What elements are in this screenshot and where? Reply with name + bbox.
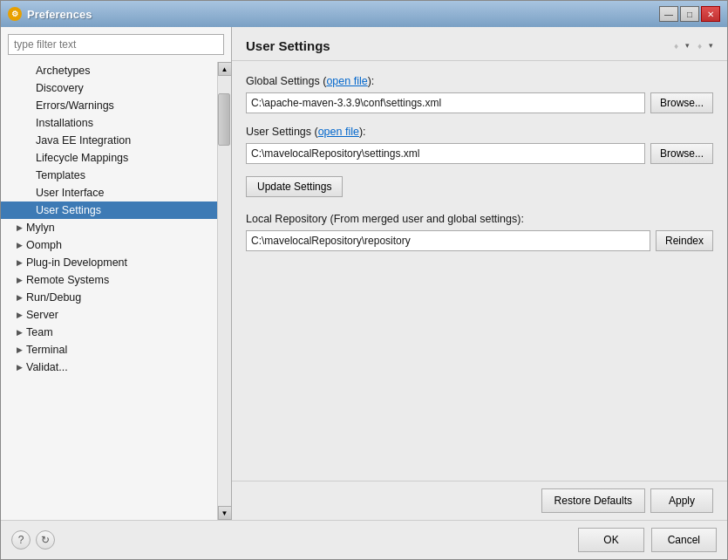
tree-arrow-server: ▶ (17, 311, 23, 319)
sidebar-item-lifecycle[interactable]: Lifecycle Mappings (1, 149, 217, 167)
tree-arrow-team: ▶ (17, 328, 23, 337)
scrollbar-thumb[interactable] (218, 93, 230, 146)
form-actions: Restore Defaults Apply (232, 481, 727, 520)
window-icon: ⚙ (8, 7, 22, 21)
nav-icons: ⬧ ▾ ⬧ ▾ (668, 38, 713, 53)
local-repo-path-input[interactable] (246, 230, 650, 251)
sidebar-item-oomph-label: Oomph (26, 239, 62, 251)
tree-arrow-run-debug: ▶ (17, 293, 23, 302)
bottom-right-buttons: OK Cancel (578, 528, 717, 552)
sidebar-item-remote-systems[interactable]: ▶ Remote Systems (1, 271, 217, 289)
maximize-button[interactable]: □ (680, 6, 699, 22)
apply-button[interactable]: Apply (650, 488, 713, 513)
tree-arrow-terminal: ▶ (17, 345, 23, 354)
help-icon[interactable]: ? (11, 530, 31, 550)
section-title: User Settings (246, 38, 330, 53)
sidebar-item-terminal[interactable]: ▶ Terminal (1, 341, 217, 359)
bottom-bar: ? ↻ OK Cancel (1, 520, 727, 559)
tree-arrow-remote-systems: ▶ (17, 276, 23, 284)
right-panel: User Settings ⬧ ▾ ⬧ ▾ Global Settings (o… (232, 27, 727, 520)
preferences-window: ⚙ Preferences — □ ✕ Archetypes Discovery… (0, 0, 728, 560)
title-buttons: — □ ✕ (659, 6, 720, 22)
global-settings-open-file-link[interactable]: open file (326, 75, 367, 87)
sidebar-item-archetypes[interactable]: Archetypes (1, 62, 217, 79)
scrollbar-track[interactable]: ▲ ▼ (217, 62, 231, 520)
sidebar-item-user-settings[interactable]: User Settings (1, 201, 217, 219)
sidebar-item-team-label: Team (26, 326, 53, 338)
sidebar-item-run-debug[interactable]: ▶ Run/Debug (1, 289, 217, 306)
sidebar-item-validation[interactable]: ▶ Validat... (1, 359, 217, 376)
global-settings-label: Global Settings (open file): (246, 75, 713, 87)
global-settings-path-input[interactable] (246, 92, 645, 113)
back-dropdown-icon[interactable]: ▾ (685, 41, 690, 50)
user-settings-open-file-link[interactable]: open file (318, 126, 359, 138)
left-panel: Archetypes Discovery Errors/Warnings Ins… (1, 27, 232, 520)
sidebar-item-run-debug-label: Run/Debug (26, 291, 81, 304)
sidebar-item-errors-warnings[interactable]: Errors/Warnings (1, 97, 217, 114)
close-button[interactable]: ✕ (701, 6, 720, 22)
sidebar-item-validation-label: Validat... (26, 361, 68, 373)
forward-icon[interactable]: ⬧ (691, 38, 707, 53)
sidebar-item-server-label: Server (26, 309, 58, 321)
global-settings-row: Browse... (246, 92, 713, 113)
local-repo-row: Reindex (246, 230, 713, 251)
user-settings-label: User Settings (open file): (246, 126, 713, 138)
sidebar-item-plugin-dev-label: Plug-in Development (26, 256, 127, 269)
window-title: Preferences (27, 8, 92, 21)
cancel-button[interactable]: Cancel (651, 528, 717, 552)
tree-arrow-plugin-dev: ▶ (17, 258, 23, 267)
content-area: Archetypes Discovery Errors/Warnings Ins… (1, 27, 727, 520)
restore-defaults-button[interactable]: Restore Defaults (541, 488, 645, 513)
sidebar-item-installations[interactable]: Installations (1, 114, 217, 132)
sidebar-item-team[interactable]: ▶ Team (1, 324, 217, 341)
minimize-button[interactable]: — (659, 6, 678, 22)
form-area: Global Settings (open file): Browse... U… (232, 61, 727, 481)
reindex-button[interactable]: Reindex (656, 230, 713, 251)
sidebar-item-user-interface[interactable]: User Interface (1, 184, 217, 201)
preferences-restore-icon[interactable]: ↻ (36, 530, 55, 550)
scrollbar-up-button[interactable]: ▲ (218, 62, 232, 76)
update-settings-button[interactable]: Update Settings (246, 176, 343, 197)
sidebar-item-mylyn[interactable]: ▶ Mylyn (1, 219, 217, 236)
user-settings-row: Browse... (246, 143, 713, 164)
sidebar-item-oomph[interactable]: ▶ Oomph (1, 236, 217, 254)
filter-input[interactable] (8, 34, 224, 55)
sidebar-item-terminal-label: Terminal (26, 344, 67, 356)
user-settings-browse-button[interactable]: Browse... (650, 143, 713, 164)
tree-arrow-validation: ▶ (17, 363, 23, 372)
title-bar: ⚙ Preferences — □ ✕ (1, 1, 727, 27)
section-header: User Settings ⬧ ▾ ⬧ ▾ (232, 27, 727, 61)
ok-button[interactable]: OK (578, 528, 643, 552)
local-repo-label: Local Repository (From merged user and g… (246, 213, 713, 225)
back-icon[interactable]: ⬧ (668, 38, 684, 53)
sidebar-item-mylyn-label: Mylyn (26, 222, 55, 234)
bottom-left-icons: ? ↻ (11, 530, 55, 550)
sidebar-item-discovery[interactable]: Discovery (1, 79, 217, 97)
sidebar-item-java-ee[interactable]: Java EE Integration (1, 132, 217, 149)
tree-container: Archetypes Discovery Errors/Warnings Ins… (1, 62, 231, 520)
user-settings-path-input[interactable] (246, 143, 645, 164)
sidebar-item-server[interactable]: ▶ Server (1, 306, 217, 324)
title-bar-left: ⚙ Preferences (8, 7, 92, 21)
scrollbar-down-button[interactable]: ▼ (218, 506, 232, 520)
sidebar-item-remote-systems-label: Remote Systems (26, 274, 109, 286)
global-settings-browse-button[interactable]: Browse... (650, 92, 713, 113)
sidebar-item-plugin-dev[interactable]: ▶ Plug-in Development (1, 254, 217, 271)
tree-arrow-mylyn: ▶ (17, 223, 23, 232)
forward-dropdown-icon[interactable]: ▾ (709, 41, 713, 50)
sidebar-item-templates[interactable]: Templates (1, 167, 217, 184)
tree-list: Archetypes Discovery Errors/Warnings Ins… (1, 62, 217, 520)
tree-arrow-oomph: ▶ (17, 241, 23, 249)
